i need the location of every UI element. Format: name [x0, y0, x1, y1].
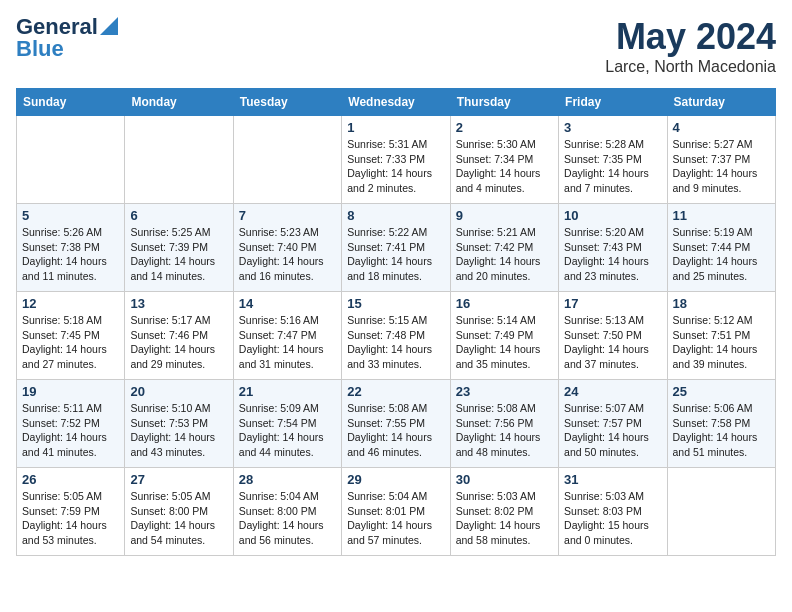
page-header: General Blue May 2024 Larce, North Maced… [16, 16, 776, 76]
day-number: 17 [564, 296, 661, 311]
logo-text-blue: Blue [16, 38, 64, 60]
day-info: Sunrise: 5:21 AM Sunset: 7:42 PM Dayligh… [456, 225, 553, 284]
header-day-sunday: Sunday [17, 89, 125, 116]
day-number: 6 [130, 208, 227, 223]
calendar-cell: 9Sunrise: 5:21 AM Sunset: 7:42 PM Daylig… [450, 204, 558, 292]
calendar-cell: 24Sunrise: 5:07 AM Sunset: 7:57 PM Dayli… [559, 380, 667, 468]
day-number: 27 [130, 472, 227, 487]
header-day-monday: Monday [125, 89, 233, 116]
calendar-cell: 26Sunrise: 5:05 AM Sunset: 7:59 PM Dayli… [17, 468, 125, 556]
day-number: 10 [564, 208, 661, 223]
calendar-cell: 17Sunrise: 5:13 AM Sunset: 7:50 PM Dayli… [559, 292, 667, 380]
day-info: Sunrise: 5:30 AM Sunset: 7:34 PM Dayligh… [456, 137, 553, 196]
day-number: 3 [564, 120, 661, 135]
day-number: 31 [564, 472, 661, 487]
calendar-cell: 25Sunrise: 5:06 AM Sunset: 7:58 PM Dayli… [667, 380, 775, 468]
day-number: 14 [239, 296, 336, 311]
day-info: Sunrise: 5:08 AM Sunset: 7:55 PM Dayligh… [347, 401, 444, 460]
calendar-cell: 27Sunrise: 5:05 AM Sunset: 8:00 PM Dayli… [125, 468, 233, 556]
calendar-cell: 15Sunrise: 5:15 AM Sunset: 7:48 PM Dayli… [342, 292, 450, 380]
day-number: 1 [347, 120, 444, 135]
day-number: 7 [239, 208, 336, 223]
calendar-cell: 23Sunrise: 5:08 AM Sunset: 7:56 PM Dayli… [450, 380, 558, 468]
location-subtitle: Larce, North Macedonia [605, 58, 776, 76]
calendar-cell: 19Sunrise: 5:11 AM Sunset: 7:52 PM Dayli… [17, 380, 125, 468]
day-number: 4 [673, 120, 770, 135]
day-info: Sunrise: 5:12 AM Sunset: 7:51 PM Dayligh… [673, 313, 770, 372]
day-info: Sunrise: 5:26 AM Sunset: 7:38 PM Dayligh… [22, 225, 119, 284]
day-info: Sunrise: 5:08 AM Sunset: 7:56 PM Dayligh… [456, 401, 553, 460]
day-info: Sunrise: 5:18 AM Sunset: 7:45 PM Dayligh… [22, 313, 119, 372]
day-info: Sunrise: 5:19 AM Sunset: 7:44 PM Dayligh… [673, 225, 770, 284]
day-info: Sunrise: 5:03 AM Sunset: 8:03 PM Dayligh… [564, 489, 661, 548]
day-number: 29 [347, 472, 444, 487]
day-info: Sunrise: 5:17 AM Sunset: 7:46 PM Dayligh… [130, 313, 227, 372]
calendar-header-row: SundayMondayTuesdayWednesdayThursdayFrid… [17, 89, 776, 116]
calendar-body: 1Sunrise: 5:31 AM Sunset: 7:33 PM Daylig… [17, 116, 776, 556]
day-info: Sunrise: 5:10 AM Sunset: 7:53 PM Dayligh… [130, 401, 227, 460]
day-info: Sunrise: 5:28 AM Sunset: 7:35 PM Dayligh… [564, 137, 661, 196]
calendar-cell: 14Sunrise: 5:16 AM Sunset: 7:47 PM Dayli… [233, 292, 341, 380]
calendar-week-row: 26Sunrise: 5:05 AM Sunset: 7:59 PM Dayli… [17, 468, 776, 556]
calendar-cell: 22Sunrise: 5:08 AM Sunset: 7:55 PM Dayli… [342, 380, 450, 468]
calendar-cell [667, 468, 775, 556]
day-number: 8 [347, 208, 444, 223]
day-info: Sunrise: 5:06 AM Sunset: 7:58 PM Dayligh… [673, 401, 770, 460]
day-info: Sunrise: 5:25 AM Sunset: 7:39 PM Dayligh… [130, 225, 227, 284]
day-info: Sunrise: 5:13 AM Sunset: 7:50 PM Dayligh… [564, 313, 661, 372]
calendar-cell: 13Sunrise: 5:17 AM Sunset: 7:46 PM Dayli… [125, 292, 233, 380]
logo: General Blue [16, 16, 118, 60]
calendar-week-row: 1Sunrise: 5:31 AM Sunset: 7:33 PM Daylig… [17, 116, 776, 204]
day-info: Sunrise: 5:04 AM Sunset: 8:01 PM Dayligh… [347, 489, 444, 548]
day-number: 30 [456, 472, 553, 487]
calendar-cell: 12Sunrise: 5:18 AM Sunset: 7:45 PM Dayli… [17, 292, 125, 380]
day-number: 19 [22, 384, 119, 399]
calendar-cell [233, 116, 341, 204]
day-number: 15 [347, 296, 444, 311]
day-number: 9 [456, 208, 553, 223]
day-info: Sunrise: 5:14 AM Sunset: 7:49 PM Dayligh… [456, 313, 553, 372]
calendar-cell [125, 116, 233, 204]
day-info: Sunrise: 5:23 AM Sunset: 7:40 PM Dayligh… [239, 225, 336, 284]
day-number: 28 [239, 472, 336, 487]
calendar-cell: 16Sunrise: 5:14 AM Sunset: 7:49 PM Dayli… [450, 292, 558, 380]
day-number: 11 [673, 208, 770, 223]
header-day-saturday: Saturday [667, 89, 775, 116]
day-number: 13 [130, 296, 227, 311]
calendar-table: SundayMondayTuesdayWednesdayThursdayFrid… [16, 88, 776, 556]
calendar-cell: 1Sunrise: 5:31 AM Sunset: 7:33 PM Daylig… [342, 116, 450, 204]
day-info: Sunrise: 5:11 AM Sunset: 7:52 PM Dayligh… [22, 401, 119, 460]
logo-text-general: General [16, 16, 98, 38]
calendar-cell: 21Sunrise: 5:09 AM Sunset: 7:54 PM Dayli… [233, 380, 341, 468]
calendar-week-row: 12Sunrise: 5:18 AM Sunset: 7:45 PM Dayli… [17, 292, 776, 380]
calendar-cell: 20Sunrise: 5:10 AM Sunset: 7:53 PM Dayli… [125, 380, 233, 468]
day-number: 23 [456, 384, 553, 399]
day-info: Sunrise: 5:07 AM Sunset: 7:57 PM Dayligh… [564, 401, 661, 460]
calendar-cell: 18Sunrise: 5:12 AM Sunset: 7:51 PM Dayli… [667, 292, 775, 380]
day-info: Sunrise: 5:15 AM Sunset: 7:48 PM Dayligh… [347, 313, 444, 372]
calendar-cell: 7Sunrise: 5:23 AM Sunset: 7:40 PM Daylig… [233, 204, 341, 292]
day-info: Sunrise: 5:09 AM Sunset: 7:54 PM Dayligh… [239, 401, 336, 460]
calendar-cell: 29Sunrise: 5:04 AM Sunset: 8:01 PM Dayli… [342, 468, 450, 556]
header-day-thursday: Thursday [450, 89, 558, 116]
day-number: 20 [130, 384, 227, 399]
calendar-cell: 3Sunrise: 5:28 AM Sunset: 7:35 PM Daylig… [559, 116, 667, 204]
header-day-tuesday: Tuesday [233, 89, 341, 116]
calendar-cell: 28Sunrise: 5:04 AM Sunset: 8:00 PM Dayli… [233, 468, 341, 556]
calendar-cell: 6Sunrise: 5:25 AM Sunset: 7:39 PM Daylig… [125, 204, 233, 292]
day-number: 24 [564, 384, 661, 399]
day-number: 21 [239, 384, 336, 399]
day-info: Sunrise: 5:05 AM Sunset: 8:00 PM Dayligh… [130, 489, 227, 548]
header-day-wednesday: Wednesday [342, 89, 450, 116]
day-info: Sunrise: 5:31 AM Sunset: 7:33 PM Dayligh… [347, 137, 444, 196]
day-number: 22 [347, 384, 444, 399]
day-info: Sunrise: 5:22 AM Sunset: 7:41 PM Dayligh… [347, 225, 444, 284]
day-number: 25 [673, 384, 770, 399]
month-year-title: May 2024 [605, 16, 776, 58]
day-number: 2 [456, 120, 553, 135]
calendar-cell: 11Sunrise: 5:19 AM Sunset: 7:44 PM Dayli… [667, 204, 775, 292]
day-number: 5 [22, 208, 119, 223]
title-block: May 2024 Larce, North Macedonia [605, 16, 776, 76]
calendar-cell: 30Sunrise: 5:03 AM Sunset: 8:02 PM Dayli… [450, 468, 558, 556]
day-number: 18 [673, 296, 770, 311]
